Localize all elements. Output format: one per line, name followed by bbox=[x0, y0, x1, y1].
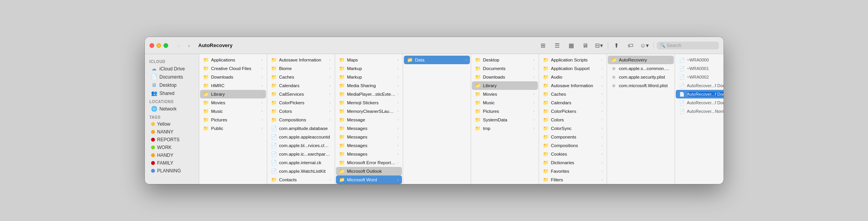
list-item[interactable]: 📁 Maps › bbox=[336, 56, 402, 64]
list-item[interactable]: 📁 Messages › bbox=[336, 133, 402, 141]
list-item[interactable]: 📁 Application Support › bbox=[540, 64, 606, 73]
list-item[interactable]: 📁 Creative Cloud Files › bbox=[200, 64, 266, 73]
list-item[interactable]: 📁 Compositions › bbox=[540, 141, 606, 150]
sidebar-item-tag-handy[interactable]: HANDY bbox=[146, 151, 197, 159]
sidebar-item-shared[interactable]: 👥 Shared bbox=[146, 89, 197, 97]
list-item[interactable]: ⚙ com.microsoft.Word.plist bbox=[608, 81, 674, 90]
list-item[interactable]: 📁 ColorPickers › bbox=[268, 98, 334, 107]
forward-button[interactable]: › bbox=[184, 41, 194, 50]
list-item[interactable]: 📁 Markup › bbox=[336, 64, 402, 73]
list-item[interactable]: 📁 Music › bbox=[200, 107, 266, 116]
close-button[interactable] bbox=[150, 43, 154, 48]
list-item[interactable]: 📁 Cookies › bbox=[540, 150, 606, 158]
list-item-autorecov-doc2[interactable]: 📄 AutoRecover...f Document2 bbox=[676, 90, 724, 98]
search-input[interactable] bbox=[667, 43, 713, 48]
list-item-data[interactable]: 📁 Data › bbox=[404, 56, 470, 64]
list-item[interactable]: 📁 Audio › bbox=[540, 73, 606, 81]
sidebar-item-icloud-drive[interactable]: ☁ iCloud Drive bbox=[146, 65, 197, 73]
sidebar-item-network[interactable]: 🌐 Network bbox=[146, 105, 197, 113]
list-item[interactable]: 📁 Colors › bbox=[540, 116, 606, 124]
list-item[interactable]: 📁 SystemData › bbox=[472, 116, 538, 124]
view-columns-button[interactable]: ▦ bbox=[566, 40, 577, 51]
sidebar-item-tag-family[interactable]: FAMILY bbox=[146, 159, 197, 167]
list-item[interactable]: 📁 Compositions › bbox=[268, 116, 334, 124]
back-button[interactable]: ‹ bbox=[174, 41, 184, 50]
list-item[interactable]: 📁 Filters › bbox=[540, 175, 606, 184]
list-item[interactable]: 📁 Autosave Information › bbox=[268, 56, 334, 64]
list-item[interactable]: 📄 com.apple.appleaccountd bbox=[268, 133, 334, 141]
sidebar-item-tag-reports[interactable]: REPORTS bbox=[146, 136, 197, 144]
list-item[interactable]: 📁 Markup › bbox=[336, 73, 402, 81]
list-item-library[interactable]: 📁 Library › bbox=[200, 90, 266, 98]
sidebar-item-tag-work[interactable]: WORK bbox=[146, 144, 197, 151]
list-item[interactable]: 📁 Applications › bbox=[200, 56, 266, 64]
list-item[interactable]: 📄 ~WRA0001 bbox=[676, 64, 724, 73]
list-item[interactable]: 📄 ~WRA0002 bbox=[676, 73, 724, 81]
list-item[interactable]: 📁 tmp › bbox=[472, 124, 538, 133]
list-item[interactable]: 📁 Messages › bbox=[336, 124, 402, 133]
list-item[interactable]: 📁 ColorSync › bbox=[540, 124, 606, 133]
list-item[interactable]: 📁 Messages › bbox=[336, 141, 402, 150]
list-item[interactable]: 📁 ColorPickers › bbox=[540, 107, 606, 116]
list-item-library5[interactable]: 📁 Library › bbox=[472, 81, 538, 90]
action-button[interactable]: ☺▾ bbox=[639, 40, 650, 51]
list-item[interactable]: 📁 CallServices › bbox=[268, 90, 334, 98]
list-item[interactable]: ⚙ com.apple.security.plist bbox=[608, 73, 674, 81]
minimize-button[interactable] bbox=[157, 43, 161, 48]
list-item[interactable]: 📄 com.apple.WatchListKit bbox=[268, 167, 334, 175]
sidebar-item-documents[interactable]: 📄 Documents bbox=[146, 73, 197, 81]
list-item[interactable]: 📁 Components › bbox=[540, 133, 606, 141]
list-item[interactable]: 📁 Autosave Information › bbox=[540, 81, 606, 90]
list-item[interactable]: 📁 Dictionaries › bbox=[540, 158, 606, 167]
list-item[interactable]: 📁 Pictures › bbox=[472, 107, 538, 116]
list-item[interactable]: 📁 Biome › bbox=[268, 64, 334, 73]
list-item[interactable]: 📁 Caches › bbox=[268, 73, 334, 81]
list-item[interactable]: 📁 Documents › bbox=[472, 64, 538, 73]
list-item[interactable]: 📄 com.apple.bl...rvices.cloud bbox=[268, 141, 334, 150]
list-item[interactable]: 📁 Calendars › bbox=[540, 98, 606, 107]
list-item-autorecovery[interactable]: 📁 AutoRecovery › bbox=[608, 56, 674, 64]
list-item[interactable]: 📁 Calendars › bbox=[268, 81, 334, 90]
sidebar-item-tag-yellow[interactable]: Yellow bbox=[146, 120, 197, 128]
list-item[interactable]: 📁 Media Sharing › bbox=[336, 81, 402, 90]
sidebar-item-desktop[interactable]: 🖥 Desktop bbox=[146, 81, 197, 89]
view-options-button[interactable]: ⊟▾ bbox=[594, 40, 605, 51]
list-item[interactable]: 📁 Contacts › bbox=[268, 175, 334, 184]
view-grid-button[interactable]: ⊞ bbox=[538, 40, 549, 51]
list-item[interactable]: 📁 Message › bbox=[336, 116, 402, 124]
tag-button[interactable]: 🏷 bbox=[625, 40, 636, 51]
search-box[interactable]: 🔍 bbox=[657, 42, 719, 49]
list-item[interactable]: 📁 Microsoft Error Reporting › bbox=[336, 158, 402, 167]
list-item[interactable]: 📁 Pictures › bbox=[200, 116, 266, 124]
list-item[interactable]: 📁 Caches › bbox=[540, 90, 606, 98]
list-item[interactable]: 📄 AutoRecover...f Document3 bbox=[676, 98, 724, 107]
list-item[interactable]: 📁 Desktop › bbox=[472, 56, 538, 64]
list-item[interactable]: 📁 Memoji Stickers › bbox=[336, 98, 402, 107]
list-item[interactable]: 📁 MediaPlayer...sticExtension › bbox=[336, 90, 402, 98]
view-list-button[interactable]: ☰ bbox=[552, 40, 563, 51]
list-item[interactable]: 📄 AutoRecover...Normal.dotm bbox=[676, 107, 724, 116]
list-item[interactable]: 📄 com.apple.internal.ck bbox=[268, 158, 334, 167]
list-item[interactable]: 📁 HMRC › bbox=[200, 81, 266, 90]
list-item[interactable]: 📁 Colors › bbox=[268, 107, 334, 116]
list-item[interactable]: 📁 Application Scripts › bbox=[540, 56, 606, 64]
list-item[interactable]: 📄 AutoRecover...f Document1 bbox=[676, 81, 724, 90]
list-item[interactable]: 📁 Public › bbox=[200, 124, 266, 133]
list-item[interactable]: 📁 Movies › bbox=[472, 90, 538, 98]
list-item[interactable]: 📁 Music › bbox=[472, 98, 538, 107]
list-item[interactable]: 📁 MemoryCleanerSLauncher › bbox=[336, 107, 402, 116]
list-item[interactable]: 📁 Downloads › bbox=[200, 73, 266, 81]
list-item[interactable]: 📁 Favorites › bbox=[540, 167, 606, 175]
list-item[interactable]: 📁 Downloads › bbox=[472, 73, 538, 81]
list-item[interactable]: ⚙ com.apple.s...common.plist bbox=[608, 64, 674, 73]
maximize-button[interactable] bbox=[164, 43, 168, 48]
view-gallery-button[interactable]: 🖥 bbox=[580, 40, 591, 51]
list-item[interactable]: 📄 com.amplitude.database bbox=[268, 124, 334, 133]
sidebar-item-tag-nanny[interactable]: NANNY bbox=[146, 128, 197, 136]
list-item[interactable]: 📁 Movies › bbox=[200, 98, 266, 107]
share-button[interactable]: ⬆ bbox=[611, 40, 622, 51]
list-item[interactable]: 📁 Messages › bbox=[336, 150, 402, 158]
list-item[interactable]: 📄 ~WRA0000 bbox=[676, 56, 724, 64]
sidebar-item-tag-planning[interactable]: PLANNING bbox=[146, 167, 197, 175]
list-item-msoutlook[interactable]: 📁 Microsoft Outlook › bbox=[336, 167, 402, 175]
